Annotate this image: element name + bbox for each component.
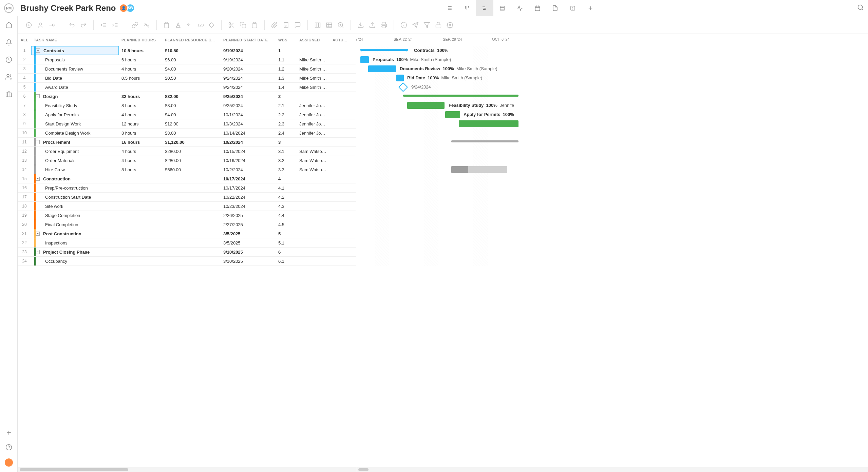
task-row[interactable]: 21−Post Construction3/5/20255 [18,229,356,238]
comment-icon[interactable] [293,20,303,30]
task-row[interactable]: 9Start Design Work12 hours$12.0010/3/202… [18,119,356,129]
planned-hours-cell[interactable]: 4 hours [119,149,162,154]
task-row[interactable]: 13Order Materials4 hours$280.0010/16/202… [18,156,356,165]
settings-icon[interactable] [445,20,455,30]
filter-icon[interactable] [422,20,432,30]
nav-add-icon[interactable] [5,429,12,437]
planned-cost-cell[interactable]: $4.00 [162,66,221,72]
planned-start-cell[interactable]: 3/10/2025 [221,259,276,264]
gantt-summary-bar[interactable] [451,140,518,142]
gantt-task-bar[interactable] [368,65,396,72]
planned-hours-cell[interactable]: 16 hours [119,140,162,145]
planned-start-cell[interactable]: 10/17/2024 [221,176,276,181]
shape-icon[interactable] [206,20,216,30]
planned-hours-cell[interactable]: 10.5 hours [119,48,162,53]
wbs-cell[interactable]: 2.4 [276,131,297,136]
planned-cost-cell[interactable]: $560.00 [162,167,221,172]
planned-start-cell[interactable]: 9/25/2024 [221,94,276,99]
nav-portfolio-icon[interactable] [5,91,12,99]
planned-cost-cell[interactable]: $10.50 [162,48,221,53]
col-all[interactable]: ALL [18,38,31,42]
task-name-cell[interactable]: Stage Completion [31,211,119,220]
wbs-cell[interactable]: 2.1 [276,103,297,108]
planned-cost-cell[interactable]: $6.00 [162,57,221,62]
planned-start-cell[interactable]: 10/2/2024 [221,167,276,172]
view-board-icon[interactable] [458,0,476,16]
wbs-cell[interactable]: 4.2 [276,195,297,200]
planned-cost-cell[interactable]: $32.00 [162,94,221,99]
gantt-summary-bar[interactable] [360,49,408,51]
wbs-cell[interactable]: 1.4 [276,85,297,90]
print-icon[interactable] [379,20,389,30]
columns-icon[interactable] [313,20,323,30]
planned-cost-cell[interactable]: $4.00 [162,112,221,117]
task-name-cell[interactable]: −Contracts [31,46,119,55]
gantt-task-bar[interactable] [459,120,518,127]
task-row[interactable]: 1−Contracts10.5 hours$10.509/19/20241 [18,46,356,55]
task-name-cell[interactable]: Award Date [31,83,119,92]
task-name-cell[interactable]: Final Completion [31,220,119,229]
wbs-cell[interactable]: 1.2 [276,66,297,72]
wbs-cell[interactable]: 4.3 [276,204,297,209]
planned-start-cell[interactable]: 9/19/2024 [221,48,276,53]
task-row[interactable]: 20Final Completion2/27/20254.5 [18,220,356,229]
assigned-cell[interactable]: Mike Smith (Sa [297,85,330,90]
task-name-cell[interactable]: Apply for Permits [31,110,119,119]
task-name-cell[interactable]: Complete Design Work [31,129,119,137]
user-avatar[interactable] [5,458,13,467]
task-name-cell[interactable]: Occupancy [31,257,119,266]
clear-format-icon[interactable] [185,20,195,30]
task-row[interactable]: 15−Construction10/17/20244 [18,174,356,183]
task-name-cell[interactable]: Inspections [31,238,119,247]
lock-icon[interactable] [433,20,444,30]
assign-icon[interactable] [35,20,45,30]
wbs-cell[interactable]: 2 [276,94,297,99]
assigned-cell[interactable]: Sam Watson (S [297,167,330,172]
wbs-cell[interactable]: 4.4 [276,213,297,218]
task-name-cell[interactable]: −Post Construction [31,229,119,238]
notes-icon[interactable] [281,20,291,30]
unlink-icon[interactable] [141,20,152,30]
planned-hours-cell[interactable]: 4 hours [119,158,162,163]
view-add-icon[interactable] [582,0,599,16]
outdent-icon[interactable] [98,20,109,30]
task-row[interactable]: 7Feasibility Study8 hours$8.009/25/20242… [18,101,356,110]
planned-cost-cell[interactable]: $12.00 [162,121,221,126]
send-icon[interactable] [410,20,420,30]
planned-hours-cell[interactable]: 8 hours [119,131,162,136]
assigned-cell[interactable]: Mike Smith (Sa [297,66,330,72]
planned-hours-cell[interactable]: 12 hours [119,121,162,126]
planned-cost-cell[interactable]: $8.00 [162,131,221,136]
view-calendar-icon[interactable] [529,0,546,16]
undo-icon[interactable] [67,20,77,30]
task-row[interactable]: 4Bid Date0.5 hours$0.509/24/20241.3Mike … [18,74,356,83]
wbs-cell[interactable]: 4 [276,176,297,181]
task-row[interactable]: 3Documents Review4 hours$4.009/20/20241.… [18,64,356,74]
grid-icon[interactable] [324,20,334,30]
assigned-cell[interactable]: Jennifer Jones [297,103,330,108]
task-row[interactable]: 11−Procurement16 hours$1,120.0010/2/2024… [18,138,356,147]
wbs-cell[interactable]: 1.1 [276,57,297,62]
wbs-cell[interactable]: 3.2 [276,158,297,163]
grid-hscrollbar[interactable] [18,467,356,472]
col-planned-hours[interactable]: PLANNED HOURS [119,38,162,42]
task-name-cell[interactable]: −Procurement [31,138,119,146]
collapse-icon[interactable]: − [36,177,40,181]
export-icon[interactable] [367,20,377,30]
planned-hours-cell[interactable]: 8 hours [119,103,162,108]
task-name-cell[interactable]: Construction Start Date [31,193,119,201]
planned-start-cell[interactable]: 9/20/2024 [221,66,276,72]
copy-icon[interactable] [238,20,248,30]
wbs-cell[interactable]: 5 [276,231,297,236]
wbs-cell[interactable]: 6.1 [276,259,297,264]
zoom-icon[interactable] [336,20,346,30]
wbs-cell[interactable]: 3.1 [276,149,297,154]
wbs-cell[interactable]: 2.2 [276,112,297,117]
task-name-cell[interactable]: Bid Date [31,74,119,82]
planned-start-cell[interactable]: 9/24/2024 [221,76,276,81]
collapse-icon[interactable]: − [36,48,40,53]
task-name-cell[interactable]: Order Equipment [31,147,119,156]
task-name-cell[interactable]: Feasibility Study [31,101,119,110]
indent-icon[interactable] [110,20,120,30]
text-color-icon[interactable] [173,20,183,30]
